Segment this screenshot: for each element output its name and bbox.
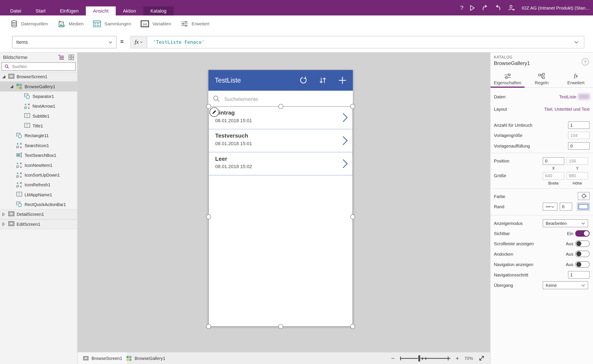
formula-expression[interactable]: 'TestListe Fenaco' (147, 39, 204, 45)
next-arrow-icon[interactable] (342, 136, 348, 145)
display-mode-dropdown[interactable]: Bearbeiten (543, 219, 588, 227)
tree-item-lblappname1[interactable]: TLblAppName1 (0, 190, 77, 200)
fx-selector[interactable]: fx (131, 36, 147, 48)
caret-expanded-icon[interactable] (10, 85, 16, 88)
label-icon: T (16, 192, 22, 198)
tree-item-nextarrow1[interactable]: NextArrow1 (0, 101, 77, 111)
account-name[interactable]: IOZ AG (Intranet Produkt) (Stan... (522, 5, 589, 10)
next-arrow-icon[interactable] (342, 113, 348, 122)
tab-regeln[interactable]: Regeln (525, 72, 559, 87)
design-canvas[interactable]: TestListe Eintrag08.01.2018 15:01Testver… (78, 53, 490, 352)
tree-item-browsescreen1[interactable]: BrowseScreen1 (0, 72, 77, 82)
refresh-icon[interactable] (299, 76, 308, 85)
help-icon[interactable]: ? (582, 58, 589, 65)
app-title[interactable]: TestListe (215, 76, 241, 84)
tree-item-iconsortupdown1[interactable]: IconSortUpDown1 (0, 170, 77, 180)
help-icon[interactable]: ? (460, 5, 463, 11)
preview-play-icon[interactable] (470, 5, 475, 11)
ribbon-datenquellen-button[interactable]: Datenquellen (11, 20, 48, 27)
tree-item-editscreen1[interactable]: EditScreen1 (0, 219, 77, 229)
tree-item-separator1[interactable]: Separator1 (0, 91, 77, 101)
tree-item-subtitle1[interactable]: TSubtitle1 (0, 111, 77, 121)
caret-collapsed-icon[interactable] (2, 222, 8, 226)
gallery-search-box[interactable] (208, 91, 353, 106)
tab-eigenschaften[interactable]: Eigenschaften (490, 72, 525, 87)
snap-toggle[interactable] (575, 251, 590, 257)
border-color-swatch[interactable] (577, 203, 590, 211)
template-size-input[interactable] (568, 131, 590, 139)
visible-toggle[interactable] (575, 230, 590, 237)
gallery-item[interactable]: Testversuch08.01.2018 15:01 (208, 129, 353, 152)
border-style-dropdown[interactable] (543, 203, 557, 211)
layout-value-link[interactable]: Titel, Untertitel und Text (544, 107, 590, 112)
tab-erweitert[interactable]: fx Erweitert (559, 72, 593, 87)
ribbon-variablen-button[interactable]: (x) Variablen (141, 20, 171, 27)
tab-datei[interactable]: Datei (3, 6, 28, 16)
gallery-item[interactable]: Leer08.01.2018 15:02 (208, 152, 353, 175)
formula-expand-chevron-icon[interactable] (574, 41, 579, 43)
tree-item-searchicon1[interactable]: SearchIcon1 (0, 141, 77, 150)
width-input[interactable] (543, 172, 564, 180)
add-item-icon[interactable] (338, 76, 347, 85)
border-width-input[interactable] (560, 203, 572, 211)
template-padding-input[interactable] (568, 142, 590, 150)
sort-icon[interactable] (318, 76, 327, 85)
tab-ansicht[interactable]: Ansicht (86, 6, 116, 16)
ribbon-sammlungen-button[interactable]: Sammlungen (93, 20, 131, 27)
tree-item-label: BrowseScreen1 (17, 75, 47, 79)
undo-icon[interactable] (482, 4, 488, 11)
nav-step-input[interactable] (568, 271, 590, 279)
tree-item-iconrefresh1[interactable]: IconRefresh1 (0, 180, 77, 190)
height-input[interactable] (567, 172, 588, 180)
app-title-bar[interactable]: TestListe (208, 70, 353, 91)
thumbnail-view-icon[interactable] (68, 54, 74, 60)
tree-item-rectangle11[interactable]: Rectangle11 (0, 131, 77, 141)
tab-aktion[interactable]: Aktion (116, 6, 143, 16)
zoom-slider[interactable] (400, 355, 450, 362)
tab-einfuegen[interactable]: Einfügen (53, 6, 86, 16)
screens-panel-title: Bildschirme (3, 55, 27, 60)
paint-bucket-icon (581, 193, 586, 199)
tree-item-iconnewitem1[interactable]: IconNewItem1 (0, 160, 77, 170)
edit-item-icon[interactable] (210, 107, 219, 117)
screens-search-box[interactable] (1, 62, 76, 71)
tab-katalog[interactable]: Katalog (143, 6, 174, 16)
position-y-input[interactable] (567, 157, 588, 165)
tree-item-browsegallery1[interactable]: BrowseGallery1 (0, 82, 77, 91)
caret-collapsed-icon[interactable] (2, 213, 8, 216)
formula-input[interactable]: fx 'TestListe Fenaco' (130, 36, 584, 49)
zoom-out-button[interactable]: − (391, 355, 395, 362)
share-user-icon[interactable] (508, 5, 515, 11)
caret-expanded-icon[interactable] (2, 75, 8, 78)
tree-item-title1[interactable]: TTitle1 (0, 121, 77, 131)
gallery-item[interactable]: Eintrag08.01.2018 15:01 (208, 106, 353, 129)
tree-item-detailscreen1[interactable]: DetailScreen1 (0, 209, 77, 219)
wrap-count-input[interactable] (568, 121, 590, 129)
gallery-search-input[interactable] (223, 91, 338, 107)
fill-color-button[interactable] (578, 192, 590, 200)
scrollbar-toggle[interactable] (575, 240, 590, 247)
navigation-toggle[interactable] (575, 261, 590, 268)
zoom-in-button[interactable]: + (456, 355, 459, 362)
next-arrow-icon[interactable] (342, 159, 348, 169)
daten-value-link[interactable]: TestListe (559, 94, 576, 99)
property-selector[interactable]: Items (12, 36, 117, 49)
position-label: Position (494, 159, 509, 163)
tree-item-textsearchbox1[interactable]: TextSearchBox1 (0, 150, 77, 160)
breadcrumb-gallery[interactable]: BrowseGallery1 (121, 352, 170, 364)
screens-search-input[interactable] (11, 64, 75, 69)
phone-preview[interactable]: TestListe Eintrag08.01.2018 15:01Testver… (208, 70, 353, 327)
fit-to-window-icon[interactable] (478, 355, 485, 361)
custom-icon (16, 143, 22, 149)
ribbon-medien-button[interactable]: Medien (58, 20, 84, 27)
redo-icon[interactable] (495, 4, 502, 11)
tree-view-icon[interactable] (58, 55, 64, 60)
advanced-icon (181, 20, 188, 27)
transition-dropdown[interactable]: Keine (543, 281, 588, 289)
position-x-input[interactable] (543, 157, 564, 165)
breadcrumb-screen[interactable]: BrowseScreen1 (78, 352, 128, 364)
ribbon-erweitert-button[interactable]: Erweitert (181, 20, 209, 27)
zoom-slider-thumb[interactable] (418, 355, 420, 362)
tab-start[interactable]: Start (28, 6, 53, 16)
tree-item-rectquickactionbar1[interactable]: RectQuickActionBar1 (0, 200, 77, 209)
